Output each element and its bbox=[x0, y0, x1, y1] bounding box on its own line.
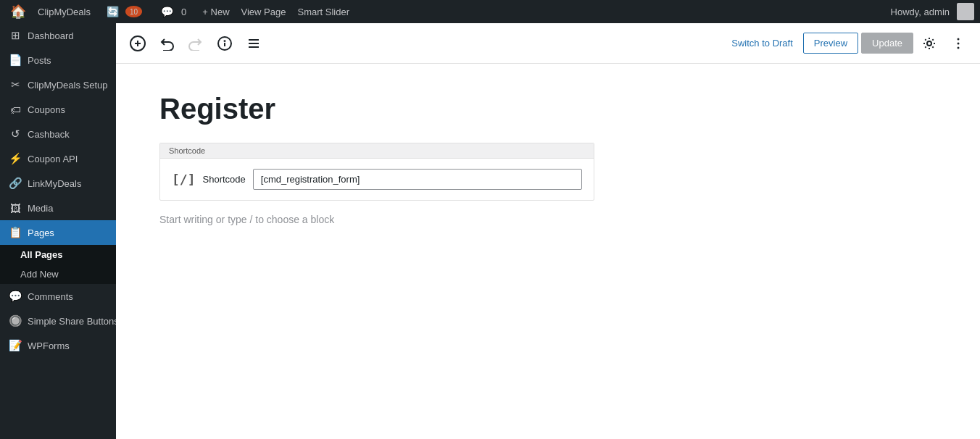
site-name[interactable]: ClipMyDeals bbox=[33, 7, 95, 17]
list-view-button[interactable] bbox=[241, 30, 267, 57]
linkmydeals-icon: 🔗 bbox=[9, 177, 22, 190]
svg-point-5 bbox=[225, 41, 225, 41]
switch-to-draft-button[interactable]: Switch to Draft bbox=[724, 33, 800, 53]
sidebar-item-cashback[interactable]: ↺ Cashback bbox=[0, 122, 116, 146]
sidebar-label-media: Media bbox=[28, 203, 53, 214]
sidebar-label-cashback: Cashback bbox=[28, 129, 70, 140]
sidebar-item-comments[interactable]: 💬 Comments bbox=[0, 284, 116, 309]
admin-bar: 🏠 ClipMyDeals 🔄 10 💬 0 + New View Page S… bbox=[0, 0, 980, 23]
svg-point-9 bbox=[927, 41, 931, 46]
cashback-icon: ↺ bbox=[9, 127, 22, 141]
redo-button[interactable] bbox=[183, 30, 209, 57]
updates-notification[interactable]: 🔄 10 bbox=[98, 6, 146, 17]
sidebar-item-simple-share[interactable]: 🔘 Simple Share Buttons bbox=[0, 309, 116, 333]
wp-logo-icon: 🏠 bbox=[6, 4, 30, 20]
sidebar-label-comments: Comments bbox=[28, 291, 73, 302]
add-block-button[interactable] bbox=[125, 30, 151, 57]
dashboard-icon: ⊞ bbox=[9, 29, 22, 42]
shortcode-field-label: Shortcode bbox=[203, 174, 246, 185]
sidebar-label-clipmydeals: ClipMyDeals Setup bbox=[28, 80, 108, 91]
block-content: [/] Shortcode bbox=[160, 159, 594, 200]
svg-point-12 bbox=[958, 46, 960, 49]
pages-icon: 📋 bbox=[9, 226, 22, 239]
sidebar-label-coupon-api: Coupon API bbox=[28, 154, 78, 164]
sidebar-submenu-add-new[interactable]: Add New bbox=[0, 264, 116, 284]
sidebar-submenu-all-pages[interactable]: All Pages bbox=[0, 245, 116, 264]
undo-button[interactable] bbox=[154, 30, 180, 57]
more-options-button[interactable] bbox=[945, 30, 971, 57]
updates-count: 10 bbox=[125, 6, 142, 17]
sidebar-label-pages: Pages bbox=[28, 227, 54, 238]
new-content-link[interactable]: + New bbox=[198, 7, 233, 17]
posts-icon: 📄 bbox=[9, 54, 22, 67]
sidebar-item-linkmydeals[interactable]: 🔗 LinkMyDeals bbox=[0, 171, 116, 196]
shortcode-input[interactable] bbox=[253, 169, 582, 190]
sidebar-label-coupons: Coupons bbox=[28, 104, 65, 115]
add-new-label: Add New bbox=[20, 269, 59, 280]
sidebar-item-posts[interactable]: 📄 Posts bbox=[0, 48, 116, 72]
sidebar-label-linkmydeals: LinkMyDeals bbox=[28, 178, 81, 189]
comments-count: 0 bbox=[180, 7, 188, 17]
sidebar-label-simple-share: Simple Share Buttons bbox=[28, 316, 116, 327]
coupons-icon: 🏷 bbox=[9, 103, 22, 116]
update-button[interactable]: Update bbox=[861, 33, 913, 54]
sidebar-item-coupons[interactable]: 🏷 Coupons bbox=[0, 97, 116, 122]
simple-share-icon: 🔘 bbox=[9, 314, 22, 327]
shortcode-block: Shortcode [/] Shortcode bbox=[159, 143, 594, 201]
sidebar-item-coupon-api[interactable]: ⚡ Coupon API bbox=[0, 146, 116, 171]
all-pages-label: All Pages bbox=[20, 249, 63, 260]
view-page-link[interactable]: View Page bbox=[237, 7, 291, 17]
main-layout: ⊞ Dashboard 📄 Posts ✂ ClipMyDeals Setup … bbox=[0, 23, 980, 439]
sidebar-label-dashboard: Dashboard bbox=[28, 30, 74, 41]
coupon-api-icon: ⚡ bbox=[9, 152, 22, 165]
sidebar-label-posts: Posts bbox=[28, 55, 51, 66]
sidebar-item-media[interactable]: 🖼 Media bbox=[0, 196, 116, 220]
comments-icon: 💬 bbox=[9, 290, 22, 303]
content-area: Switch to Draft Preview Update Shortcode… bbox=[116, 23, 980, 439]
block-label: Shortcode bbox=[160, 143, 594, 159]
svg-point-11 bbox=[958, 42, 960, 44]
admin-avatar bbox=[957, 3, 974, 20]
sidebar-item-wpforms[interactable]: 📝 WPForms bbox=[0, 333, 116, 358]
editor-main: Shortcode [/] Shortcode Start writing or… bbox=[116, 64, 980, 439]
media-icon: 🖼 bbox=[9, 201, 22, 214]
preview-button[interactable]: Preview bbox=[803, 33, 858, 54]
shortcode-bracket-icon: [/] bbox=[172, 172, 196, 187]
editor-toolbar: Switch to Draft Preview Update bbox=[116, 23, 980, 64]
sidebar-item-dashboard[interactable]: ⊞ Dashboard bbox=[0, 23, 116, 48]
svg-point-10 bbox=[958, 38, 960, 40]
comments-notification[interactable]: 💬 0 bbox=[152, 6, 192, 17]
howdy-text: Howdy, admin bbox=[886, 7, 954, 17]
settings-button[interactable] bbox=[916, 30, 942, 57]
sidebar-item-pages[interactable]: 📋 Pages bbox=[0, 220, 116, 245]
clipmydeals-icon: ✂ bbox=[9, 78, 22, 91]
sidebar-item-clipmydeals[interactable]: ✂ ClipMyDeals Setup bbox=[0, 72, 116, 97]
page-title-input[interactable] bbox=[159, 93, 937, 125]
smart-slider-link[interactable]: Smart Slider bbox=[293, 7, 354, 17]
sidebar: ⊞ Dashboard 📄 Posts ✂ ClipMyDeals Setup … bbox=[0, 23, 116, 439]
add-block-hint[interactable]: Start writing or type / to choose a bloc… bbox=[159, 206, 937, 233]
sidebar-label-wpforms: WPForms bbox=[28, 340, 70, 351]
details-button[interactable] bbox=[212, 30, 238, 57]
pages-submenu: All Pages Add New bbox=[0, 245, 116, 284]
wpforms-icon: 📝 bbox=[9, 339, 22, 352]
